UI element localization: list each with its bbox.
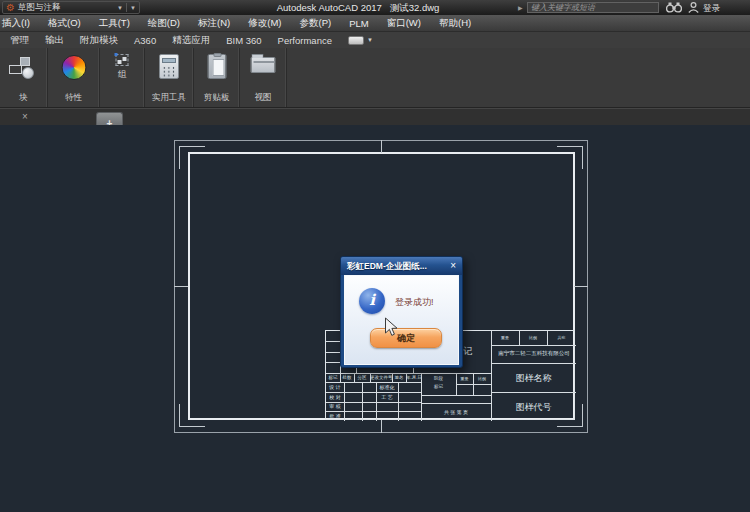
menu-parametric[interactable]: 参数(P) [290,15,340,32]
panel-groups[interactable]: 组 [100,48,145,107]
stage-label: 阶段 [421,376,456,381]
corner-mark [179,404,205,427]
panel-label: 组 [118,69,127,81]
drawing-name-label: 图样名称 [491,372,576,385]
tab-close-icon[interactable]: × [22,111,28,122]
tb-top-cell: 重量 [491,335,519,340]
clipboard-icon [207,54,226,79]
stage-label: 标记 [421,384,456,389]
ribbon-tab-bim360[interactable]: BIM 360 [218,33,269,48]
dialog-body: i 登录成功! 确定 [344,275,459,365]
menu-draw[interactable]: 绘图(D) [139,15,189,32]
dialog-message: 登录成功! [395,296,434,309]
dialog-title: 彩虹EDM-企业图纸... [347,261,427,273]
corner-mark [557,146,583,169]
help-search-input[interactable] [527,2,659,13]
ribbon-display-button[interactable]: ▼ [348,36,373,45]
new-tab-button[interactable]: + [96,112,123,126]
corner-mark [179,146,205,169]
drawing-code-label: 图样代号 [491,401,576,414]
menu-window[interactable]: 窗口(W) [378,15,430,32]
tb-top-cell: 共张 [547,335,576,340]
folder-icon [251,57,276,73]
block-icon [9,55,39,81]
tb-sig-label: 标准化 [376,384,398,390]
company-name: 南宁市二轻二五科技有限公司 [492,350,576,357]
search-collapse-icon[interactable]: ▶ [518,4,523,11]
menu-insert[interactable]: 插入(I) [0,15,39,32]
file-tab-bar: × + [0,108,750,125]
scale-label: 比例 [473,376,491,381]
user-icon[interactable] [688,2,699,13]
panel-utilities[interactable]: 实用工具 [145,48,194,107]
ribbon-tab-manage[interactable]: 管理 [2,32,37,49]
tb-sig-label: 校 对 [326,394,344,400]
panel-label: 剪贴板 [194,92,239,104]
menu-modify[interactable]: 修改(M) [239,15,290,32]
ribbon-tab-addins[interactable]: 附加模块 [72,32,126,49]
panel-view[interactable]: 视图 [240,48,287,107]
cursor-icon [384,317,398,337]
menu-help[interactable]: 帮助(H) [430,15,480,32]
workspace-label: 草图与注释 [18,2,117,14]
info-icon: i [359,288,385,314]
app-titlebar: ⚙ 草图与注释 ▼ ▼ Autodesk AutoCAD 2017 测试32.d… [0,0,750,15]
tb-header-cell: 处数 [340,375,354,380]
gear-icon: ⚙ [6,3,15,13]
tb-top-cell: 比例 [519,335,547,340]
chevron-down-icon[interactable]: ▼ [130,5,136,11]
window-title: Autodesk AutoCAD 2017 测试32.dwg [228,2,488,15]
calculator-icon [159,54,179,79]
tb-sig-label: 批 准 [326,413,344,419]
panel-label: 视图 [240,92,286,104]
tb-header-cell: 标记 [326,375,340,380]
dialog-titlebar[interactable]: 彩虹EDM-企业图纸... × [341,257,462,275]
ok-button[interactable]: 确定 [370,328,442,348]
signin-button[interactable]: 登录 [703,3,720,15]
tb-header-cell: 签名 [392,375,406,380]
center-tick [174,286,188,287]
group-icon [116,54,129,66]
menu-plm[interactable]: PLM [340,16,378,31]
tb-header-cell: 更改文件号 [370,375,392,380]
chevron-down-icon: ▼ [117,5,123,11]
tb-sig-label: 设 计 [326,384,344,390]
menu-format[interactable]: 格式(O) [39,15,90,32]
close-icon[interactable]: × [450,260,456,271]
ribbon-tab-featured[interactable]: 精选应用 [164,32,218,49]
panel-label: 实用工具 [145,92,193,104]
tb-header-cell: 分区 [354,375,370,380]
tb-sig-label: 审 核 [326,403,344,409]
ribbon-tab-a360[interactable]: A360 [126,33,164,48]
center-tick [381,420,382,433]
divider [126,3,127,12]
center-tick [574,286,588,287]
ribbon-tab-performance[interactable]: Performance [270,33,340,48]
menubar: 插入(I) 格式(O) 工具(T) 绘图(D) 标注(N) 修改(M) 参数(P… [0,15,750,32]
panel-label: 块 [0,92,47,104]
weight-label: 重量 [456,376,473,381]
menu-dimension[interactable]: 标注(N) [189,15,239,32]
login-message-dialog: 彩虹EDM-企业图纸... × i 登录成功! 确定 [340,256,463,368]
panel-label: 特性 [48,92,99,104]
search-binoculars-icon[interactable] [666,2,682,13]
center-tick [381,140,382,153]
panel-properties[interactable]: 特性 [48,48,100,107]
ribbon-tab-output[interactable]: 输出 [37,32,72,49]
ribbon-tab-bar: 管理 输出 附加模块 A360 精选应用 BIM 360 Performance… [0,32,750,48]
media-icon [348,36,364,45]
workspace-switcher[interactable]: ⚙ 草图与注释 ▼ ▼ [2,1,140,14]
color-wheel-icon [61,55,86,80]
tb-sig-label: 工 艺 [376,394,398,400]
sheet-count-label: 共 张 第 页 [421,409,491,415]
panel-block[interactable]: 块 [0,48,48,107]
panel-clipboard[interactable]: 剪贴板 [194,48,240,107]
menu-tools[interactable]: 工具(T) [90,15,139,32]
chevron-down-icon: ▼ [367,37,373,43]
ribbon: 块 特性 组 实用工具 剪贴板 视图 [0,48,750,108]
tb-header-cell: 年.月.日 [406,375,421,380]
